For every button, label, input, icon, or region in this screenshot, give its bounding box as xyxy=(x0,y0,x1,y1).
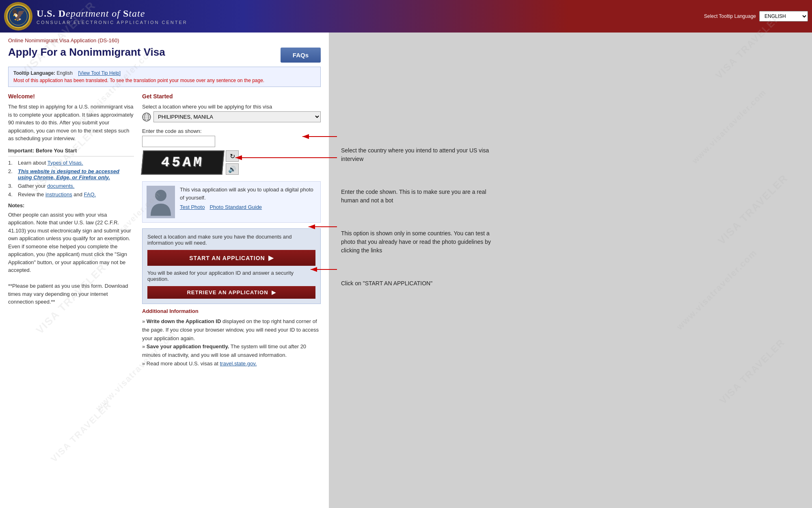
welcome-text: The first step in applying for a U.S. no… xyxy=(8,103,134,143)
get-started-heading: Get Started xyxy=(142,93,321,100)
lang-label: Select Tooltip Language xyxy=(704,13,756,19)
language-selector-area: Select Tooltip Language ENGLISH SPANISH … xyxy=(704,11,808,22)
location-label: Select a location where you will be appl… xyxy=(142,104,321,110)
language-select[interactable]: ENGLISH SPANISH FRENCH xyxy=(759,11,808,22)
header-title-sub: Consular Electronic Application Center xyxy=(37,20,704,25)
additional-heading: Additional Information xyxy=(142,308,321,314)
annotation-panel: Select the country where you intend to a… xyxy=(329,33,812,508)
person-silhouette-icon xyxy=(149,187,173,217)
photo-links: Test Photo Photo Standard Guide xyxy=(180,203,316,211)
notes-heading: Notes: xyxy=(8,202,134,208)
photo-text: This visa application will ask you to up… xyxy=(180,186,316,211)
retrieve-button-arrow-icon: ▶ xyxy=(272,289,276,295)
annotation-4-area: Click on "START AN APPLICATION" xyxy=(341,279,800,288)
before-start-list: 1. Learn about Types of Visas. 2. This w… xyxy=(8,160,134,198)
important-heading: Important: Before You Start xyxy=(8,148,134,154)
captcha-buttons: ↻ 🔊 xyxy=(226,150,239,175)
types-of-visas-link[interactable]: Types of Visas. xyxy=(48,160,83,166)
start-application-button[interactable]: START AN APPLICATION ▶ xyxy=(147,250,315,266)
site-header: 🦅 U.S. Department of State Consular Elec… xyxy=(0,0,812,33)
travel-state-gov-link[interactable]: travel.state.gov. xyxy=(220,360,257,367)
globe-icon xyxy=(142,113,151,122)
annotation-4: Click on "START AN APPLICATION" xyxy=(341,279,503,288)
faq-link[interactable]: FAQ. xyxy=(84,191,96,198)
annotation-2-area: Enter the code shown. This is to make su… xyxy=(341,188,800,205)
photo-placeholder xyxy=(147,186,175,218)
documents-link[interactable]: documents. xyxy=(47,183,74,189)
additional-text: » Write down the Application ID displaye… xyxy=(142,317,321,368)
welcome-heading: Welcome! xyxy=(8,93,134,100)
info-bar-line1: Tooltip Language: English [View Tool Tip… xyxy=(13,70,315,76)
start-button-arrow-icon: ▶ xyxy=(268,254,274,262)
department-seal: 🦅 xyxy=(4,2,32,30)
tooltip-lang-value: English xyxy=(56,70,72,76)
annotation-3: This option is shown only in some countr… xyxy=(341,229,503,255)
instructions-link[interactable]: instructions xyxy=(45,191,72,198)
breadcrumb: Online Nonimmigrant Visa Application (DS… xyxy=(0,33,329,46)
test-photo-link[interactable]: Test Photo xyxy=(180,203,205,211)
page-title: Apply For a Nonimmigrant Visa xyxy=(8,46,165,59)
captcha-refresh-button[interactable]: ↻ xyxy=(226,150,239,162)
list-item: 1. Learn about Types of Visas. xyxy=(8,160,134,166)
captcha-image-row: 45AM ↻ 🔊 xyxy=(142,150,321,175)
list-item: 2. This website is designed to be access… xyxy=(8,168,134,180)
content-panel: Online Nonimmigrant Visa Application (DS… xyxy=(0,33,329,508)
annotation-3-area: This option is shown only in some countr… xyxy=(341,229,800,255)
action-section: Select a location and make sure you have… xyxy=(142,228,321,304)
annotation-1-area: Select the country where you intend to a… xyxy=(341,146,800,163)
retrieve-application-button[interactable]: RETRIEVE AN APPLICATION ▶ xyxy=(147,286,315,299)
info-bar: Tooltip Language: English [View Tool Tip… xyxy=(8,67,321,87)
view-tooltip-help-link[interactable]: [View Tool Tip Help] xyxy=(78,70,121,76)
svg-point-8 xyxy=(155,190,166,201)
security-text: You will be asked for your application I… xyxy=(147,270,315,282)
info-bar-line2: Most of this application has been transl… xyxy=(13,78,315,83)
location-select-row: PHILIPPINES, MANILA PHILIPPINES, CEBU xyxy=(142,111,321,122)
captcha-label: Enter the code as shown: xyxy=(142,128,321,134)
captcha-image: 45AM xyxy=(141,150,224,175)
faqs-button[interactable]: FAQs xyxy=(281,48,321,63)
action-info-text: Select a location and make sure you have… xyxy=(147,234,315,246)
list-item: 3. Gather your documents. xyxy=(8,183,134,189)
photo-section: This visa application will ask you to up… xyxy=(142,181,321,223)
header-title-block: U.S. Department of State Consular Electr… xyxy=(37,8,704,25)
list-item: 4. Review the instructions and FAQ. xyxy=(8,191,134,198)
annotation-2: Enter the code shown. This is to make su… xyxy=(341,188,503,205)
right-column: Get Started Select a location where you … xyxy=(142,93,321,308)
location-select[interactable]: PHILIPPINES, MANILA PHILIPPINES, CEBU xyxy=(153,111,321,122)
browser-warning-link[interactable]: This website is designed to be accessed … xyxy=(18,168,119,180)
captcha-audio-button[interactable]: 🔊 xyxy=(226,163,239,175)
header-title-main: U.S. Department of State xyxy=(37,8,704,19)
page-title-area: Apply For a Nonimmigrant Visa FAQs xyxy=(0,46,329,67)
photo-guide-link[interactable]: Photo Standard Guide xyxy=(209,203,262,211)
captcha-input[interactable] xyxy=(142,136,215,147)
left-column: Welcome! The first step in applying for … xyxy=(8,93,134,308)
divider xyxy=(8,156,134,156)
annotation-1: Select the country where you intend to a… xyxy=(341,146,503,163)
svg-text:🦅: 🦅 xyxy=(11,8,26,22)
notes-text: Other people can assist you with your vi… xyxy=(8,211,134,306)
additional-section: Additional Information » Write down the … xyxy=(0,308,329,376)
